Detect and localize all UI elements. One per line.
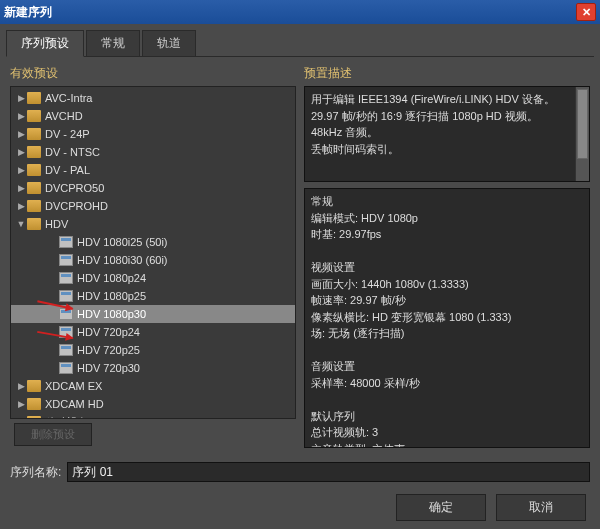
folder-icon	[27, 182, 41, 194]
folder-icon	[27, 110, 41, 122]
preset-item[interactable]: HDV 1080p24	[11, 269, 295, 287]
preset-item[interactable]: HDV 720p24	[11, 323, 295, 341]
folder-item[interactable]: ▶XDCAM HD	[11, 395, 295, 413]
folder-item[interactable]: ▶DV - PAL	[11, 161, 295, 179]
tab-preset[interactable]: 序列预设	[6, 30, 84, 57]
item-label: DV - PAL	[45, 164, 90, 176]
titlebar: 新建序列 ✕	[0, 0, 600, 24]
twisty-open-icon[interactable]: ▼	[15, 219, 27, 229]
item-label: DVCPROHD	[45, 200, 108, 212]
sequence-name-row: 序列名称:	[6, 456, 594, 488]
preset-icon	[59, 290, 73, 302]
item-label: HDV 1080i30 (60i)	[77, 254, 168, 266]
item-label: XDCAM EX	[45, 380, 102, 392]
dialog-footer: 确定 取消	[6, 488, 594, 523]
close-button[interactable]: ✕	[576, 3, 596, 21]
item-label: DV - NTSC	[45, 146, 100, 158]
preset-column: 有效预设 ▶AVC-Intra▶AVCHD▶DV - 24P▶DV - NTSC…	[10, 65, 296, 448]
preset-tree[interactable]: ▶AVC-Intra▶AVCHD▶DV - 24P▶DV - NTSC▶DV -…	[10, 86, 296, 419]
preset-item[interactable]: HDV 1080p30	[11, 305, 295, 323]
dialog-body: 序列预设 常规 轨道 有效预设 ▶AVC-Intra▶AVCHD▶DV - 24…	[0, 24, 600, 529]
twisty-closed-icon[interactable]: ▶	[15, 417, 27, 419]
twisty-closed-icon[interactable]: ▶	[15, 165, 27, 175]
folder-icon	[27, 398, 41, 410]
preset-details: 常规编辑模式: HDV 1080p时基: 29.97fps 视频设置画面大小: …	[304, 188, 590, 448]
folder-item[interactable]: ▶DVCPROHD	[11, 197, 295, 215]
item-label: HDV 1080p25	[77, 290, 146, 302]
cancel-button[interactable]: 取消	[496, 494, 586, 521]
folder-icon	[27, 128, 41, 140]
folder-icon	[27, 164, 41, 176]
tab-bar: 序列预设 常规 轨道	[6, 30, 594, 57]
folder-item[interactable]: ▶移动设备	[11, 413, 295, 419]
folder-icon	[27, 416, 41, 419]
preset-item[interactable]: HDV 1080i30 (60i)	[11, 251, 295, 269]
folder-icon	[27, 218, 41, 230]
folder-item[interactable]: ▼HDV	[11, 215, 295, 233]
folder-item[interactable]: ▶DV - NTSC	[11, 143, 295, 161]
folder-icon	[27, 146, 41, 158]
item-label: XDCAM HD	[45, 398, 104, 410]
item-label: AVC-Intra	[45, 92, 92, 104]
folder-icon	[27, 200, 41, 212]
twisty-closed-icon[interactable]: ▶	[15, 381, 27, 391]
preset-item[interactable]: HDV 1080i25 (50i)	[11, 233, 295, 251]
preset-icon	[59, 362, 73, 374]
folder-item[interactable]: ▶AVCHD	[11, 107, 295, 125]
tab-tracks[interactable]: 轨道	[142, 30, 196, 56]
tab-general[interactable]: 常规	[86, 30, 140, 56]
item-label: HDV 720p24	[77, 326, 140, 338]
delete-preset-button: 删除预设	[14, 423, 92, 446]
preset-description: 用于编辑 IEEE1394 (FireWire/i.LINK) HDV 设备。2…	[304, 86, 590, 182]
preset-icon	[59, 272, 73, 284]
twisty-closed-icon[interactable]: ▶	[15, 111, 27, 121]
item-label: HDV 1080p30	[77, 308, 146, 320]
folder-icon	[27, 380, 41, 392]
preset-icon	[59, 254, 73, 266]
item-label: HDV 720p25	[77, 344, 140, 356]
dialog-title: 新建序列	[4, 4, 576, 21]
folder-item[interactable]: ▶DV - 24P	[11, 125, 295, 143]
twisty-closed-icon[interactable]: ▶	[15, 93, 27, 103]
preset-icon	[59, 236, 73, 248]
folder-item[interactable]: ▶DVCPRO50	[11, 179, 295, 197]
item-label: HDV 1080p24	[77, 272, 146, 284]
twisty-closed-icon[interactable]: ▶	[15, 147, 27, 157]
folder-item[interactable]: ▶XDCAM EX	[11, 377, 295, 395]
item-label: HDV	[45, 218, 68, 230]
folder-icon	[27, 92, 41, 104]
item-label: 移动设备	[45, 415, 89, 420]
item-label: DV - 24P	[45, 128, 90, 140]
sequence-name-label: 序列名称:	[10, 464, 61, 481]
folder-item[interactable]: ▶AVC-Intra	[11, 89, 295, 107]
scrollbar[interactable]	[575, 87, 589, 181]
item-label: HDV 720p30	[77, 362, 140, 374]
preset-label: 有效预设	[10, 65, 296, 82]
content-area: 有效预设 ▶AVC-Intra▶AVCHD▶DV - 24P▶DV - NTSC…	[6, 57, 594, 456]
preset-item[interactable]: HDV 720p30	[11, 359, 295, 377]
item-label: DVCPRO50	[45, 182, 104, 194]
item-label: AVCHD	[45, 110, 83, 122]
sequence-name-input[interactable]	[67, 462, 590, 482]
preset-item[interactable]: HDV 720p25	[11, 341, 295, 359]
twisty-closed-icon[interactable]: ▶	[15, 129, 27, 139]
twisty-closed-icon[interactable]: ▶	[15, 201, 27, 211]
description-label: 预置描述	[304, 65, 590, 82]
preset-item[interactable]: HDV 1080p25	[11, 287, 295, 305]
description-column: 预置描述 用于编辑 IEEE1394 (FireWire/i.LINK) HDV…	[304, 65, 590, 448]
preset-icon	[59, 344, 73, 356]
ok-button[interactable]: 确定	[396, 494, 486, 521]
twisty-closed-icon[interactable]: ▶	[15, 399, 27, 409]
item-label: HDV 1080i25 (50i)	[77, 236, 168, 248]
twisty-closed-icon[interactable]: ▶	[15, 183, 27, 193]
